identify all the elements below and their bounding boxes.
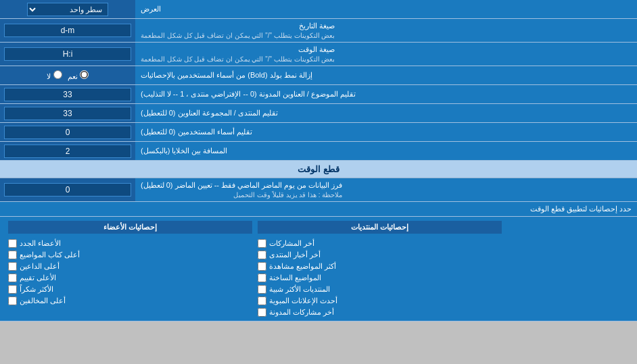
radio-yes-label: نعم bbox=[68, 70, 89, 81]
topic-title-label: تقليم الموضوع / العناوين المدونة (0 -- ا… bbox=[135, 85, 637, 103]
checkbox-grid: إحصائيات المنتديات أخر المشاركات أخر أخب… bbox=[5, 221, 632, 317]
topic-title-row: تقليم الموضوع / العناوين المدونة (0 -- ا… bbox=[0, 85, 637, 104]
checkbox-new-members[interactable] bbox=[8, 239, 17, 248]
cutoff-days-input[interactable] bbox=[4, 183, 131, 197]
time-format-input-area bbox=[0, 43, 135, 66]
checkbox-item-ads: أحدث الإعلانات المبوية bbox=[258, 296, 502, 305]
forum-group-input[interactable] bbox=[4, 107, 131, 120]
checkbox-item-most-thanked: الأكثر شكراً bbox=[8, 285, 252, 294]
topic-title-input-area bbox=[0, 85, 135, 103]
date-format-label: صيغة التاريخ بعض التكوينات يتطلب "/" الت… bbox=[135, 19, 637, 42]
col2-title: إحصائيات المنتديات bbox=[258, 221, 502, 234]
time-format-input[interactable] bbox=[4, 47, 131, 61]
cell-gap-label: المسافة بين الخلايا (بالبكسل) bbox=[135, 142, 637, 160]
cutoff-section-header: قطع الوقت bbox=[0, 161, 637, 178]
bold-remove-row: إزالة نمط بولد (Bold) من أسماء المستخدمي… bbox=[0, 66, 637, 85]
checkbox-item-blog: أخر مشاركات المدونة bbox=[258, 308, 502, 317]
usernames-row: تقليم أسماء المستخدمين (0 للتعطيل) bbox=[0, 123, 637, 142]
col-members: إحصائيات الأعضاء الأعضاء الجدد أعلى كتاب… bbox=[5, 221, 255, 317]
mode-select-area: سطر واحد سطرين ثلاثة أسطر bbox=[0, 0, 135, 18]
radio-yes[interactable] bbox=[80, 70, 89, 79]
usernames-input-area bbox=[0, 123, 135, 141]
checkbox-top-rated[interactable] bbox=[8, 274, 17, 282]
checkbox-top-posters[interactable] bbox=[8, 251, 17, 259]
topic-title-input[interactable] bbox=[4, 88, 131, 101]
checkbox-top-inviters[interactable] bbox=[8, 262, 17, 271]
cutoff-days-label: فرز البيانات من يوم الماضر الماضي فقط --… bbox=[135, 178, 637, 201]
col-forums: إحصائيات المنتديات أخر المشاركات أخر أخب… bbox=[255, 221, 504, 317]
cell-gap-input[interactable] bbox=[4, 145, 131, 158]
date-format-input[interactable] bbox=[4, 24, 131, 37]
checkbox-news[interactable] bbox=[258, 251, 266, 259]
mode-select[interactable]: سطر واحد سطرين ثلاثة أسطر bbox=[27, 3, 108, 16]
checkbox-most-thanked[interactable] bbox=[8, 285, 17, 294]
date-format-input-area bbox=[0, 19, 135, 42]
checkbox-item-hot: المواضيع الساخنة bbox=[258, 274, 502, 282]
forum-group-input-area bbox=[0, 104, 135, 122]
checkbox-top-violators[interactable] bbox=[8, 296, 17, 305]
col-empty bbox=[504, 221, 632, 317]
checkbox-item-new-members: الأعضاء الجدد bbox=[8, 239, 252, 248]
display-label: العرض bbox=[135, 0, 637, 18]
checkbox-similar[interactable] bbox=[258, 285, 266, 294]
cell-gap-input-area bbox=[0, 142, 135, 160]
bold-remove-radio-area: نعم لا bbox=[0, 66, 135, 84]
checkbox-posts[interactable] bbox=[258, 239, 266, 248]
forum-group-row: تقليم المنتدى / المجموعة العناوين (0 للت… bbox=[0, 104, 637, 123]
checkbox-item-similar: المنتديات الأكثر شبية bbox=[258, 285, 502, 294]
checkbox-item-top-posters: أعلى كتاب المواضيع bbox=[8, 251, 252, 259]
bold-remove-label: إزالة نمط بولد (Bold) من أسماء المستخدمي… bbox=[135, 66, 637, 84]
checkbox-blog[interactable] bbox=[258, 308, 266, 317]
checkbox-hot[interactable] bbox=[258, 274, 266, 282]
radio-no-label: لا bbox=[47, 70, 62, 81]
usernames-input[interactable] bbox=[4, 126, 131, 139]
checkbox-ads[interactable] bbox=[258, 296, 266, 305]
checkbox-item-posts: أخر المشاركات bbox=[258, 239, 502, 248]
limit-row: حدد إحصائيات لتطبيق قطع الوقت bbox=[0, 202, 637, 217]
date-format-row: صيغة التاريخ بعض التكوينات يتطلب "/" الت… bbox=[0, 19, 637, 43]
checkbox-item-top-rated: الأعلى تقييم bbox=[8, 274, 252, 282]
radio-no[interactable] bbox=[53, 70, 62, 79]
checkboxes-section: إحصائيات المنتديات أخر المشاركات أخر أخب… bbox=[0, 217, 637, 321]
cutoff-days-input-area bbox=[0, 178, 135, 201]
time-format-row: صيغة الوقت بعض التكوينات يتطلب "/" التي … bbox=[0, 43, 637, 66]
checkbox-item-top-violators: أعلى المخالفين bbox=[8, 296, 252, 305]
checkbox-item-news: أخر أخبار المنتدى bbox=[258, 251, 502, 259]
cutoff-days-row: فرز البيانات من يوم الماضر الماضي فقط --… bbox=[0, 178, 637, 202]
cell-gap-row: المسافة بين الخلايا (بالبكسل) bbox=[0, 142, 637, 161]
forum-group-label: تقليم المنتدى / المجموعة العناوين (0 للت… bbox=[135, 104, 637, 122]
checkbox-item-top-inviters: أعلى الداعين bbox=[8, 262, 252, 271]
checkbox-item-views: أكثر المواضيع مشاهدة bbox=[258, 262, 502, 271]
time-format-label: صيغة الوقت بعض التكوينات يتطلب "/" التي … bbox=[135, 43, 637, 66]
checkbox-views[interactable] bbox=[258, 262, 266, 271]
usernames-label: تقليم أسماء المستخدمين (0 للتعطيل) bbox=[135, 123, 637, 141]
col1-title: إحصائيات الأعضاء bbox=[8, 221, 252, 234]
